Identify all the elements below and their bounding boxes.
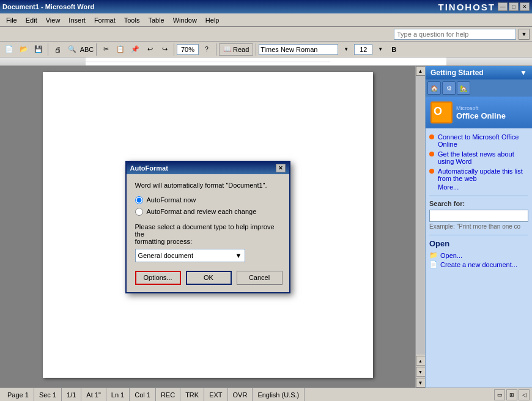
dialog-description: Word will automatically format "Document…: [135, 182, 281, 189]
cut-button[interactable]: ✂: [99, 43, 113, 56]
status-sec: Sec 1: [34, 388, 62, 401]
panel-link-2-text: Get the latest news about using Word: [438, 150, 528, 165]
radio-autoformat-review-input[interactable]: [135, 208, 143, 216]
bullet-icon-3: [429, 169, 434, 174]
status-page: Page 1: [2, 388, 34, 401]
radio-autoformat-now[interactable]: AutoFormat now: [135, 196, 281, 204]
undo-button[interactable]: ↩: [143, 43, 157, 56]
title-bar: Document1 - Microsoft Word TINOHOST — □ …: [0, 0, 532, 13]
scroll-small-down[interactable]: ▼: [416, 367, 426, 377]
toolbar-sep-4: [216, 43, 216, 56]
radio-autoformat-review[interactable]: AutoFormat and review each change: [135, 208, 281, 216]
panel-more-link[interactable]: More...: [429, 183, 528, 191]
preview-button[interactable]: 🔍: [65, 43, 79, 56]
menu-window[interactable]: Window: [169, 15, 201, 25]
copy-button[interactable]: 📋: [114, 43, 127, 56]
ruler-inner: [86, 57, 446, 65]
panel-link-2[interactable]: Get the latest news about using Word: [429, 149, 528, 166]
status-ext: EXT: [204, 388, 227, 401]
panel-link-1-text: Connect to Microsoft Office Online: [438, 133, 528, 148]
zoom-help[interactable]: ?: [200, 43, 213, 56]
dialog-title: AutoFormat: [130, 164, 168, 172]
panel-icon-settings[interactable]: ⚙: [442, 81, 456, 95]
font-name-arrow[interactable]: ▼: [339, 43, 353, 56]
right-panel: Getting Started ▼ 🏠 ⚙ 🏡 O Microsoft Offi…: [425, 66, 532, 388]
main-area: AutoFormat ✕ Word will automatically for…: [0, 66, 532, 388]
panel-content: Connect to Microsoft Office Online Get t…: [426, 128, 532, 388]
panel-search-section: Search for: Example: "Print more than on…: [429, 200, 528, 230]
status-lang: English (U.S.): [253, 388, 305, 401]
menu-insert[interactable]: Insert: [65, 15, 89, 25]
dropdown-value: General document: [138, 252, 194, 259]
new-button[interactable]: 📄: [2, 43, 16, 56]
menu-format[interactable]: Format: [91, 15, 119, 25]
print-button[interactable]: 🖨: [51, 43, 64, 56]
svg-text:O: O: [434, 105, 442, 117]
help-arrow-button[interactable]: ▼: [519, 29, 530, 40]
paste-button[interactable]: 📌: [128, 43, 142, 56]
zoom-input[interactable]: 70%: [177, 44, 199, 55]
maximize-button[interactable]: □: [509, 2, 519, 11]
vertical-scrollbar: ▲ ▲ ▼ ▼: [415, 66, 425, 388]
radio-autoformat-now-input[interactable]: [135, 196, 143, 204]
menu-help[interactable]: Help: [202, 15, 223, 25]
open-button[interactable]: 📂: [17, 43, 31, 56]
radio-autoformat-now-label: AutoFormat now: [147, 196, 196, 204]
open-folder-icon: 📁: [429, 251, 438, 259]
panel-divider-1: [429, 196, 528, 196]
read-button[interactable]: 📖 Read: [219, 43, 253, 56]
panel-header: Getting Started ▼: [426, 66, 532, 79]
dialog-buttons: Options... OK Cancel: [135, 271, 281, 285]
redo-button[interactable]: ↪: [158, 43, 171, 56]
bullet-icon-2: [429, 152, 434, 156]
new-doc-link[interactable]: 📄 Create a new document...: [429, 260, 528, 269]
font-size-arrow[interactable]: ▼: [374, 43, 387, 56]
scroll-up-button[interactable]: ▲: [416, 66, 426, 76]
status-position: 1/1: [62, 388, 81, 401]
ok-button[interactable]: OK: [186, 271, 232, 285]
font-name-input[interactable]: Times New Roman: [259, 44, 338, 55]
dialog-close-button[interactable]: ✕: [276, 164, 286, 172]
options-button[interactable]: Options...: [135, 271, 181, 285]
open-link[interactable]: 📁 Open...: [429, 251, 528, 260]
help-bar: ▼: [0, 27, 532, 42]
scroll-small-up[interactable]: ▲: [416, 356, 426, 366]
toolbar-sep-2: [96, 43, 97, 56]
new-doc-link-text: Create a new document...: [440, 261, 517, 268]
close-button[interactable]: ✕: [520, 2, 530, 11]
open-section-title: Open: [429, 239, 528, 248]
save-button[interactable]: 💾: [32, 43, 45, 56]
scroll-down-button[interactable]: ▼: [416, 378, 426, 388]
toolbar-sep-3: [174, 43, 174, 56]
tinohost-logo: TINOHOST: [438, 0, 496, 13]
status-bar: Page 1 Sec 1 1/1 At 1" Ln 1 Col 1 REC TR…: [0, 388, 532, 401]
panel-link-1[interactable]: Connect to Microsoft Office Online: [429, 132, 528, 149]
panel-icon-house[interactable]: 🏡: [457, 81, 470, 95]
menu-file[interactable]: File: [2, 15, 21, 25]
autoformat-dialog: AutoFormat ✕ Word will automatically for…: [125, 161, 290, 293]
menu-edit[interactable]: Edit: [22, 15, 41, 25]
panel-icon-home[interactable]: 🏠: [427, 81, 441, 95]
status-ln: Ln 1: [106, 388, 130, 401]
office-subtext: Microsoft: [456, 105, 506, 111]
menu-view[interactable]: View: [42, 15, 64, 25]
panel-link-3[interactable]: Automatically update this list from the …: [429, 166, 528, 183]
bold-button[interactable]: B: [388, 44, 399, 55]
menu-table[interactable]: Table: [144, 15, 168, 25]
panel-open-section: Open 📁 Open... 📄 Create a new document..…: [429, 239, 528, 269]
cancel-button[interactable]: Cancel: [237, 271, 283, 285]
panel-arrow-icon[interactable]: ▼: [520, 68, 527, 77]
new-doc-icon: 📄: [429, 260, 438, 268]
minimize-button[interactable]: —: [498, 2, 508, 11]
document-type-dropdown[interactable]: General document ▼: [135, 249, 245, 262]
panel-search-input[interactable]: [429, 210, 528, 222]
status-icon-1: ▭: [494, 389, 505, 400]
menu-tools[interactable]: Tools: [120, 15, 144, 25]
help-search-input[interactable]: [394, 29, 516, 40]
office-main-text: Office Online: [456, 111, 506, 120]
scroll-track[interactable]: [416, 76, 425, 355]
status-ovr: OVR: [228, 388, 253, 401]
spell-button[interactable]: ABC: [80, 43, 94, 56]
panel-icon-bar: 🏠 ⚙ 🏡: [426, 79, 532, 97]
font-size-input[interactable]: 12: [354, 44, 372, 55]
